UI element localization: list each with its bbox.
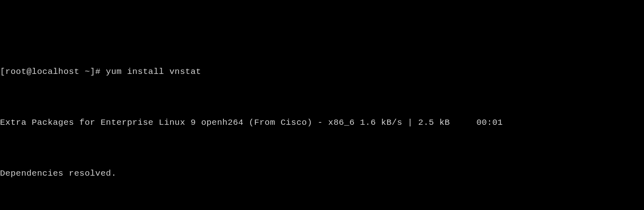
shell-prompt: [root@localhost ~]# (0, 67, 106, 76)
command-text: yum install vnstat (106, 67, 201, 76)
command-line[interactable]: [root@localhost ~]# yum install vnstat (0, 65, 644, 78)
repo-status-line: Extra Packages for Enterprise Linux 9 op… (0, 116, 644, 129)
deps-resolved-line: Dependencies resolved. (0, 167, 644, 180)
